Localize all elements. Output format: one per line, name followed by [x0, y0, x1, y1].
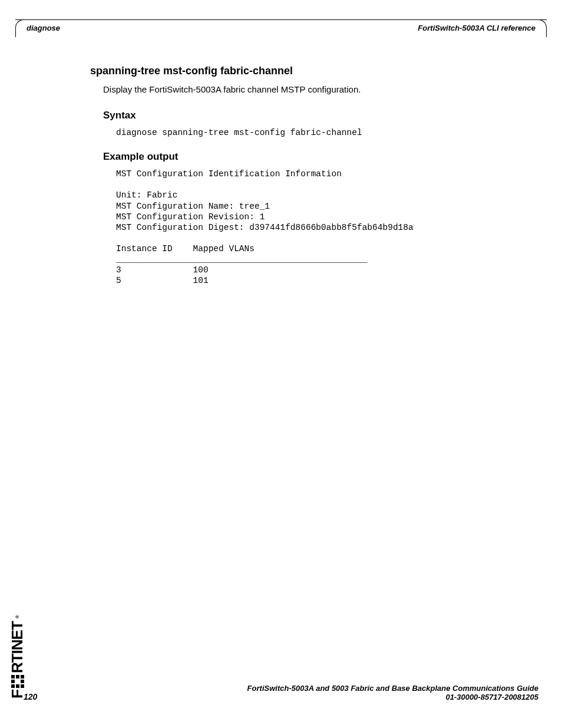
example-heading: Example output [103, 151, 527, 163]
section-description: Display the FortiSwitch-5003A fabric cha… [103, 84, 527, 94]
logo-icon [11, 675, 24, 688]
header-left-curve [15, 19, 24, 37]
footer: FortiSwitch-5003A and 5003 Fabric and Ba… [24, 684, 538, 701]
syntax-heading: Syntax [103, 110, 527, 121]
header-rule [15, 19, 547, 20]
header-right-label: FortiSwitch-5003A CLI reference [418, 24, 535, 32]
logo-text-rest: RTINET [8, 621, 27, 673]
page: diagnose FortiSwitch-5003A CLI reference… [0, 0, 562, 728]
logo-trademark: ® [15, 615, 20, 618]
content-area: spanning-tree mst-config fabric-channel … [90, 65, 527, 299]
footer-doc-id: 01-30000-85717-20081205 [24, 693, 538, 701]
example-output: MST Configuration Identification Informa… [116, 169, 527, 286]
footer-guide-title: FortiSwitch-5003A and 5003 Fabric and Ba… [24, 684, 538, 693]
header-left-label: diagnose [27, 24, 60, 32]
section-title: spanning-tree mst-config fabric-channel [90, 65, 527, 77]
syntax-command: diagnose spanning-tree mst-config fabric… [116, 127, 527, 138]
page-number: 120 [24, 692, 37, 701]
header-right-curve [538, 19, 547, 37]
